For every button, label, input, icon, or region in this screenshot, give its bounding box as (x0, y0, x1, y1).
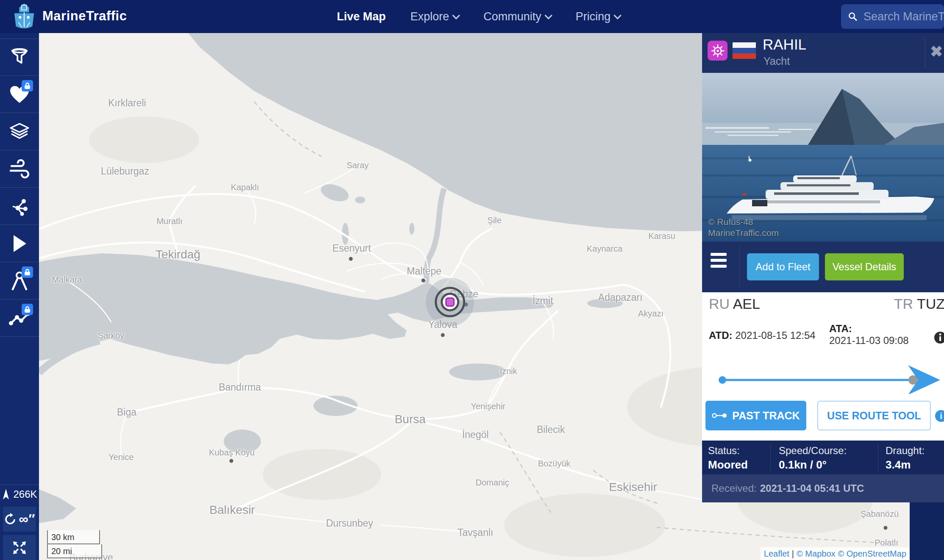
share-nodes-icon (9, 196, 30, 216)
filter-icon (10, 47, 29, 67)
header-divider (925, 38, 925, 68)
received-label: Received: (711, 482, 757, 494)
chevron-down-icon (614, 11, 621, 19)
photo-credit-line2: MarineTraffic.com (708, 228, 779, 238)
arrival-port: TR TUZ (894, 296, 944, 312)
vessel-type: Yacht (764, 55, 790, 67)
sidebar-item-weather[interactable] (0, 150, 39, 188)
nav-pricing[interactable]: Pricing (576, 10, 621, 23)
photo-credit-line1: © Rufus-48 (708, 217, 753, 227)
sidebar-item-favorites[interactable] (0, 76, 39, 113)
ship-wheel-icon (711, 44, 725, 58)
sidebar-item-share[interactable] (0, 188, 39, 225)
vessel-name: RAHIL (763, 36, 806, 53)
vessel-details-button[interactable]: Vessel Details (825, 253, 904, 280)
yacht-type-icon (708, 41, 727, 61)
vessel-count: 266K (0, 485, 39, 503)
sidebar-item-playback[interactable] (0, 225, 39, 262)
nav-explore[interactable]: Explore (411, 10, 459, 23)
lock-icon (22, 266, 33, 278)
ship-logo-icon (11, 3, 37, 30)
search-box (841, 4, 944, 29)
route-section: RU AEL TR TUZ ATD: 2021-08-15 12:54 ATA:… (702, 292, 944, 441)
refresh-interval-button[interactable]: ∞″ (3, 507, 36, 532)
nav-live-map[interactable]: Live Map (337, 10, 386, 23)
search-icon (848, 10, 858, 23)
actions-divider (739, 245, 740, 289)
vessel-photo[interactable]: © Rufus-48 MarineTraffic.com (702, 73, 944, 241)
status-bar: Status: Moored Speed/Course: 0.1kn / 0° … (702, 441, 944, 474)
sidebar-bottom-controls: 266K ∞″ (0, 485, 39, 560)
lock-icon (22, 80, 33, 91)
status-column: Status: Moored (708, 445, 748, 471)
osm-link[interactable]: © OpenStreetMap (838, 549, 906, 559)
right-edge-panel (910, 502, 944, 560)
menu-icon[interactable] (711, 253, 727, 271)
use-route-tool-button[interactable]: USE ROUTE TOOL (817, 401, 931, 430)
expand-map-button[interactable] (3, 535, 36, 560)
chevron-down-icon (452, 11, 460, 19)
top-navbar: MarineTraffic Live Map Explore Community… (0, 0, 944, 33)
refresh-interval-value: ∞″ (19, 512, 36, 527)
sidebar-item-measure[interactable] (0, 262, 39, 299)
vessel-count-value: 266K (13, 488, 37, 500)
ata-block: ATA: 2021-11-03 09:08 (829, 323, 909, 347)
status-divider (770, 444, 771, 471)
sidebar-item-statistics[interactable] (0, 299, 39, 337)
past-track-icon (712, 412, 727, 419)
departure-port: RU AEL (709, 296, 760, 312)
layers-icon (9, 122, 30, 141)
leaflet-link[interactable]: Leaflet (764, 549, 789, 559)
play-icon (11, 234, 28, 253)
lock-icon (22, 304, 33, 315)
marinetraffic-logo[interactable]: MarineTraffic (11, 3, 127, 30)
close-icon[interactable]: ✖ (930, 44, 943, 59)
info-icon[interactable] (934, 331, 944, 344)
draught-column: Draught: 3.4m (886, 445, 925, 471)
mapbox-link[interactable]: © Mapbox (797, 549, 835, 559)
marker-center-dot (445, 297, 455, 307)
expand-icon (12, 541, 27, 555)
received-bar: Received: 2021-11-04 05:41 UTC (702, 474, 944, 502)
received-value: 2021-11-04 05:41 UTC (760, 482, 864, 494)
status-divider (878, 444, 878, 471)
add-to-fleet-button[interactable]: Add to Fleet (747, 253, 819, 280)
vessel-panel-header: RAHIL Yacht ✖ (702, 33, 944, 73)
main-nav: Live Map Explore Community Pricing (337, 0, 620, 33)
logo-text: MarineTraffic (42, 8, 127, 24)
vessel-actions-row: Add to Fleet Vessel Details (702, 241, 944, 292)
scale-mi: 20 mi (47, 544, 102, 558)
atd-row: ATD: 2021-08-15 12:54 (709, 330, 816, 341)
refresh-icon (4, 513, 17, 526)
wind-icon (9, 159, 30, 179)
map-attribution: Leaflet | © Mapbox © OpenStreetMap (761, 547, 910, 560)
sidebar-item-layers[interactable] (0, 113, 39, 150)
vessel-panel: RAHIL Yacht ✖ (702, 33, 944, 502)
route-tool-info-icon[interactable]: i (935, 410, 944, 422)
voyage-progress-arrow (702, 356, 944, 394)
scale-km: 30 km (47, 530, 100, 544)
search-input[interactable] (863, 10, 944, 23)
speed-column: Speed/Course: 0.1kn / 0° (779, 445, 847, 471)
attribution-separator: | (792, 549, 794, 559)
nav-community[interactable]: Community (483, 10, 551, 23)
sidebar-item-filters[interactable] (0, 39, 39, 76)
chevron-down-icon (544, 11, 552, 19)
vessel-arrow-icon (2, 488, 10, 500)
left-toolbar: 266K ∞″ (0, 33, 39, 560)
flag-russia (733, 42, 756, 59)
map-scale-control: 30 km 20 mi (47, 530, 102, 558)
past-track-button[interactable]: PAST TRACK (705, 401, 806, 430)
